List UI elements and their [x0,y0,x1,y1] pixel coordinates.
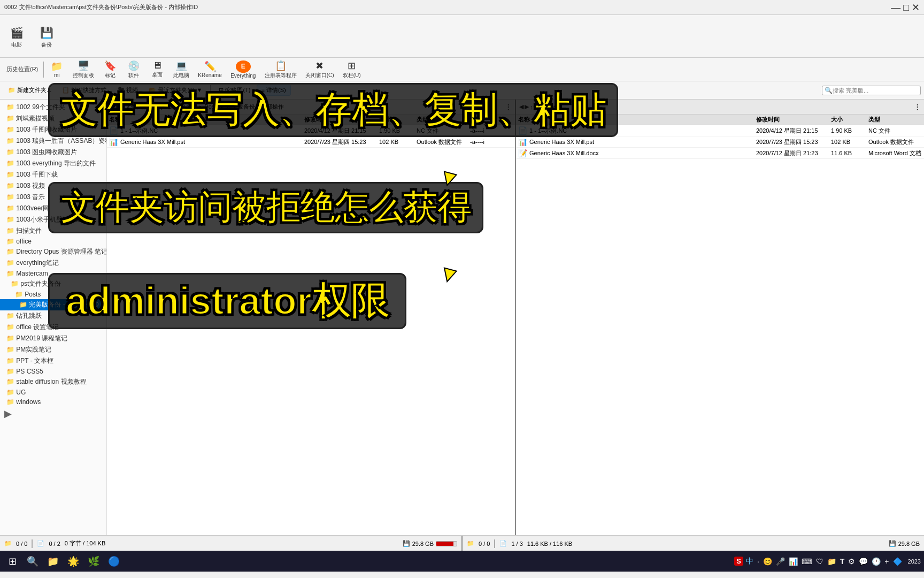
search-taskbar-button[interactable]: 🔍 [24,552,42,571]
recent-folder-button[interactable]: 📂 最近文件夹(T) ▼ [144,85,207,96]
sidebar-item-posts[interactable]: 📁 Posts [0,290,106,299]
table-row[interactable]: 📄 1 - 1--示例.NC 2020/4/12 星期日 21:15 1.90 … [516,125,924,136]
new-folder-button[interactable]: 📁 新建文件夹... [3,85,56,96]
divider [43,62,44,78]
folder-icon[interactable]: 📁 [826,557,837,566]
r-col-type[interactable]: 类型 [868,116,922,124]
sidebar-item-video[interactable]: 📁 1003 视频 [0,180,106,192]
sidebar-item-music[interactable]: 📁 1003 音乐 [0,192,106,203]
control-panel-button[interactable]: 🖥️ 控制面板 [70,59,97,80]
star-taskbar-button[interactable]: 🌟 [64,552,82,571]
left-path-btn3[interactable]: ↑ [121,104,124,110]
col-size[interactable]: 大小 [379,116,417,124]
r-col-modified[interactable]: 修改时间 [756,116,831,124]
antivirus-icon[interactable]: 🛡 [815,557,825,566]
sidebar-item-office-note[interactable]: 📁 office 设置笔记 [0,322,106,333]
dual-pane-button[interactable]: ⊞ 双栏(U) [340,59,364,80]
r-col-size[interactable]: 大小 [831,116,868,124]
sidebar-item-pm[interactable]: 📁 PM实践笔记 [0,344,106,355]
table-row[interactable]: 📄 1 - 1--示例.NC 2020/4/12 星期日 21:15 1.90 … [107,125,515,136]
sidebar-item-1002[interactable]: 📁 1002 99个文件夹 [0,102,106,113]
leaf-taskbar-button[interactable]: 🌿 [84,552,103,571]
col-name[interactable]: 名称 [109,116,304,124]
sidebar-item-qiantu[interactable]: 📁 1003 千图下载 [0,169,106,180]
clock-icon[interactable]: 🕐 [871,557,882,566]
sidebar-item-veer[interactable]: 📁 1003veer网 [0,203,106,214]
thumbnail-button[interactable]: ⊞ 缩略图(T) [214,85,255,96]
sidebar-item-ug[interactable]: 📁 UG [0,387,106,397]
desktop-button[interactable]: 🖥 桌面 [147,59,168,80]
sidebar-item-pm2019[interactable]: 📁 PM2019 课程笔记 [0,333,106,344]
sidebar-item-ppt[interactable]: 📁 PPT - 文本框 [0,355,106,367]
t-icon[interactable]: T [839,557,846,566]
table-icon[interactable]: 📊 [788,557,799,566]
sidebar-item-scan[interactable]: 📁 扫描文件 [0,225,106,237]
everything-button[interactable]: E Everything [227,59,259,80]
col-attr[interactable]: 属性 [470,116,513,124]
col-type[interactable]: 类型 [417,116,470,124]
sidebar-item-liu[interactable]: 📁 刘斌素描视频 [0,113,106,124]
sougou-icon[interactable]: S [734,557,743,566]
right-path-btn3[interactable]: ↑ [530,104,533,110]
mic-icon[interactable]: 🎤 [775,557,786,566]
close-controls[interactable]: — □ ✕ [891,2,920,13]
sidebar-item-xiaomi[interactable]: 📁 1003小米手机壁纸收藏 [0,214,106,225]
left-path-btn2[interactable]: ▶ [116,103,120,110]
registry-button[interactable]: 📋 注册表等程序 [261,59,300,80]
r-col-name[interactable]: 名称 ▲ [518,116,756,124]
registry-icon: 📋 [275,60,287,72]
col-modified[interactable]: 修改时间 [304,116,379,124]
circle-taskbar-button[interactable]: 🔵 [105,552,123,571]
detail-view-button[interactable]: ≡ 详情(S) [257,85,291,96]
sidebar-item-assab[interactable]: 📁 1003 瑞典一胜百（ASSAB）资料 [0,135,106,147]
right-path-btn[interactable]: ◀ [519,103,523,110]
paste-shortcut-button[interactable]: 📋 粘贴快捷方式 [57,85,111,96]
status-file-icon-left: 📁 [4,540,12,547]
sidebar-expand[interactable]: ▶ [0,407,106,421]
right-path-btn2[interactable]: ▶ [525,103,529,110]
gear2-icon[interactable]: ⚙ [847,557,856,566]
backup-button[interactable]: 💾 备份 [33,19,60,54]
sidebar-item-mastercam[interactable]: 📁 Mastercam [0,269,106,278]
table-row[interactable]: 📊 Generic Haas 3X Mill.pst 2020/7/23 星期四… [516,136,924,148]
table-row[interactable]: 📊 Generic Haas 3X Mill.pst 2020/7/23 星期四… [107,136,515,148]
sidebar-item-everything-export[interactable]: 📁 1003 everything 导出的文件 [0,158,106,169]
sidebar-item-windows[interactable]: 📁 windows [0,397,106,407]
software-button[interactable]: 💿 软件 [123,59,144,80]
this-pc-button[interactable]: 💻 此电脑 [170,59,192,80]
smiley-icon[interactable]: 😊 [762,557,773,566]
sidebar-item-dopus[interactable]: 📁 Directory Opus 资源管理器 笔记 [0,246,106,257]
sidebar-item-perfect[interactable]: 📁 完美版备份 - 内部操作ID [0,299,106,310]
bluetooth-icon[interactable]: 🔷 [892,557,903,566]
sidebar-item-tuchong[interactable]: 📁 1003 图虫网收藏图片 [0,147,106,158]
chat-icon[interactable]: 💬 [858,557,869,566]
table-row[interactable]: 📝 Generic Haas 3X Mill.docx 2020/7/12 星期… [516,148,924,159]
close-window-button[interactable]: ✖ 关闭窗口(C) [302,59,337,80]
right-disk-size: 29.8 GB [898,541,920,547]
sidebar-item-evnote[interactable]: 📁 everything笔记 [0,257,106,269]
left-pane-options[interactable]: ⋮ [505,103,512,111]
sidebar-item-1003pic[interactable]: 📁 1003 千图网收藏图片 [0,124,106,135]
keyboard-icon[interactable]: ⌨ [800,557,813,566]
start-button[interactable]: ⊞ [3,552,21,571]
history-button[interactable]: 历史位置(R) [3,59,41,80]
sidebar-item-ps[interactable]: 📁 PS CSS5 [0,367,106,376]
mi-button[interactable]: 📁 mi [46,59,67,80]
right-pane-options[interactable]: ⋮ [914,103,921,111]
mark-button[interactable]: 🔖 标记 [99,59,121,80]
sidebar-item-drill[interactable]: 📁 钻孔跳跃 [0,310,106,322]
file-name-cell2: 📊 Generic Haas 3X Mill.pst [109,138,304,146]
movie-button[interactable]: 🎬 电影 [3,19,30,54]
chinese-input-icon[interactable]: 中 [745,557,754,566]
krename-button[interactable]: ✏️ KRename [195,59,225,80]
sidebar-item-office[interactable]: 📁 office [0,237,106,246]
video-button[interactable]: 🎥 视频 [112,85,143,96]
left-path-btn[interactable]: ◀ [110,103,114,110]
files-taskbar-button[interactable]: 📁 [44,552,62,571]
dot-icon[interactable]: · [756,557,760,566]
search-input[interactable] [833,87,918,94]
sidebar-item-sd[interactable]: 📁 stable diffusion 视频教程 [0,376,106,387]
sidebar-item-pst[interactable]: 📁 pst文件夹备份 [0,278,106,290]
plus-icon[interactable]: + [883,557,890,566]
file-name-cell5: 📝 Generic Haas 3X Mill.docx [518,149,756,157]
